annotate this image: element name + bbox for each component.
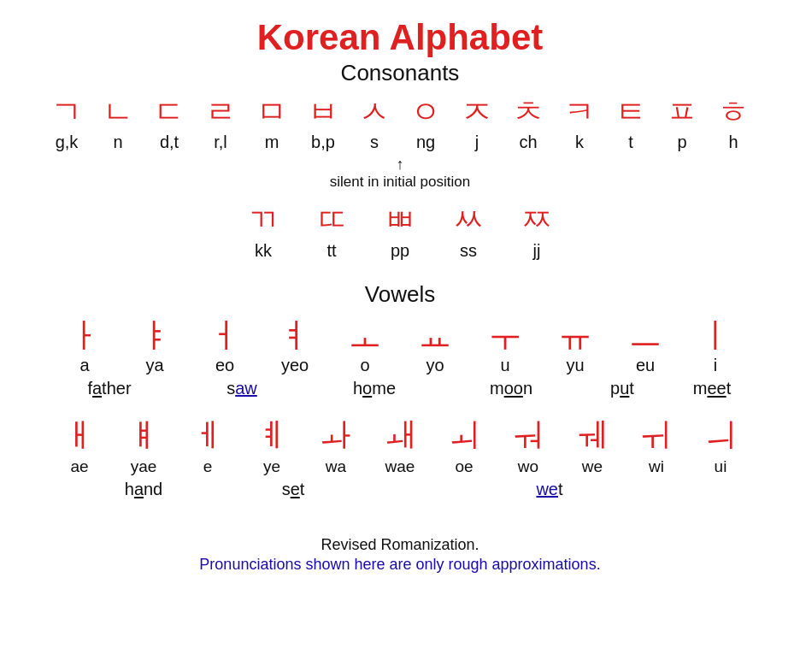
consonant-char-10: ㅋ [564, 93, 595, 130]
vowel2-cell-7: ㅝwo [497, 414, 561, 476]
vowel1-roman-6: u [500, 356, 509, 375]
consonant-char-9: ㅊ [513, 93, 544, 130]
vowel2-cell-5: ㅙwae [368, 414, 432, 476]
consonant-cell-10: ㅋk [554, 93, 605, 154]
vowel1-cell-1: ㅑya [120, 315, 190, 375]
vowel1-roman-1: ya [145, 356, 163, 375]
consonant-roman-5: b,p [311, 130, 335, 154]
vowel1-roman-4: o [360, 356, 369, 375]
vowel1-roman-2: eo [215, 356, 234, 375]
vowel1-roman-5: yo [426, 356, 444, 375]
vowel1-char-0: ㅏ [68, 315, 102, 356]
consonant-roman-10: k [575, 130, 584, 154]
vowel2-cell-3: ㅖye [240, 414, 304, 476]
consonant-char-13: ㅎ [718, 93, 749, 130]
double-roman-1: tt [326, 241, 336, 261]
consonant-char-12: ㅍ [667, 93, 697, 130]
consonant-cell-8: ㅈj [451, 93, 503, 154]
page-title: Korean Alphabet [32, 17, 768, 58]
vowel2-cell-10: ㅢui [689, 414, 753, 476]
vowel2-roman-5: wae [385, 457, 415, 476]
consonant-roman-9: ch [519, 130, 537, 154]
consonants-header: Consonants [32, 60, 768, 86]
example-meet: meet [665, 379, 759, 398]
consonant-cell-4: ㅁm [246, 93, 297, 154]
consonant-char-6: ㅅ [359, 93, 390, 130]
double-roman-3: ss [460, 241, 477, 261]
vowel-examples-row2: hand set wet [32, 480, 768, 499]
consonant-cell-1: ㄴn [92, 93, 144, 154]
consonant-char-1: ㄴ [103, 93, 133, 130]
double-cell-3: ㅆss [434, 199, 503, 261]
consonant-cell-7: ㅇng [400, 93, 451, 154]
consonant-roman-0: g,k [56, 130, 79, 154]
consonant-char-5: ㅂ [308, 93, 338, 130]
example-wet: wet [379, 480, 721, 499]
double-cell-2: ㅃpp [366, 199, 434, 261]
consonant-roman-2: d,t [160, 130, 179, 154]
vowel2-roman-10: ui [715, 457, 727, 476]
vowel2-char-8: ㅞ [576, 414, 609, 457]
double-cell-1: ㄸtt [297, 199, 366, 261]
consonant-char-4: ㅁ [256, 93, 287, 130]
vowels-row2-chars: ㅐaeㅒyaeㅔeㅖyeㅘwaㅙwaeㅚoeㅝwoㅞweㅟwiㅢui [32, 414, 768, 476]
consonant-char-2: ㄷ [154, 93, 185, 130]
vowel1-char-8: ㅡ [628, 315, 662, 356]
consonants-section: Consonants ㄱg,kㄴnㄷd,tㄹr,lㅁmㅂb,pㅅsㅇngㅈjㅊc… [32, 60, 768, 191]
example-saw: saw [178, 379, 306, 398]
consonant-cell-9: ㅊch [503, 93, 554, 154]
consonant-cell-13: ㅎh [708, 93, 759, 154]
vowel1-char-1: ㅑ [138, 315, 172, 356]
consonant-char-3: ㄹ [205, 93, 236, 130]
vowel1-roman-8: eu [636, 356, 655, 375]
example-moon: moon [443, 379, 579, 398]
vowel1-char-4: ㅗ [348, 315, 382, 356]
example-father: father [41, 379, 178, 398]
double-roman-2: pp [391, 241, 409, 261]
consonants-chars-row: ㄱg,kㄴnㄷd,tㄹr,lㅁmㅂb,pㅅsㅇngㅈjㅊchㅋkㅌtㅍpㅎh [32, 93, 768, 154]
vowel2-cell-9: ㅟwi [625, 414, 689, 476]
vowel1-char-9: ㅣ [698, 315, 732, 356]
vowel2-roman-9: wi [649, 457, 664, 476]
footer-main-text: Revised Romanization. [32, 536, 768, 554]
double-cell-0: ㄲkk [229, 199, 297, 261]
vowel1-cell-3: ㅕyeo [260, 315, 330, 375]
vowel2-char-3: ㅖ [256, 414, 288, 457]
vowel2-char-0: ㅐ [63, 414, 96, 457]
vowel1-cell-5: ㅛyo [400, 315, 470, 375]
double-char-0: ㄲ [248, 199, 279, 241]
footer-note-text: Pronunciations shown here are only rough… [32, 556, 768, 574]
consonant-roman-1: n [113, 130, 122, 154]
consonant-cell-12: ㅍp [656, 93, 708, 154]
consonant-roman-11: t [628, 130, 633, 154]
vowels-header: Vowels [32, 281, 768, 308]
vowel2-roman-4: wa [326, 457, 346, 476]
footer-section: Revised Romanization. Pronunciations sho… [32, 536, 768, 574]
vowel2-roman-6: oe [455, 457, 473, 476]
vowel2-char-2: ㅔ [191, 414, 224, 457]
vowel2-roman-3: ye [263, 457, 280, 476]
vowel2-roman-7: wo [518, 457, 538, 476]
vowel2-roman-1: yae [131, 457, 157, 476]
vowel1-cell-8: ㅡeu [610, 315, 680, 375]
vowel1-cell-0: ㅏa [50, 315, 120, 375]
vowel1-char-3: ㅕ [278, 315, 312, 356]
vowel2-char-10: ㅢ [704, 414, 737, 457]
vowels-section: Vowels ㅏaㅑyaㅓeoㅕyeoㅗoㅛyoㅜuㅠyuㅡeuㅣi fathe… [32, 281, 768, 499]
vowel1-cell-2: ㅓeo [190, 315, 260, 375]
vowel2-char-9: ㅟ [640, 414, 673, 457]
consonant-char-0: ㄱ [51, 93, 82, 130]
silent-note: ↑ silent in initial position [32, 156, 768, 191]
vowel1-char-7: ㅠ [558, 315, 592, 356]
main-container: Korean Alphabet Consonants ㄱg,kㄴnㄷd,tㄹr,… [15, 9, 785, 582]
vowel2-roman-0: ae [70, 457, 88, 476]
double-char-3: ㅆ [453, 199, 484, 241]
consonant-roman-7: ng [416, 130, 435, 154]
arrow-up-icon: ↑ [32, 156, 768, 174]
double-roman-0: kk [255, 241, 272, 261]
vowel1-cell-6: ㅜu [470, 315, 540, 375]
example-hand: hand [79, 480, 208, 499]
consonant-cell-2: ㄷd,t [144, 93, 195, 154]
consonant-cell-0: ㄱg,k [41, 93, 92, 154]
double-char-4: ㅉ [521, 199, 552, 241]
